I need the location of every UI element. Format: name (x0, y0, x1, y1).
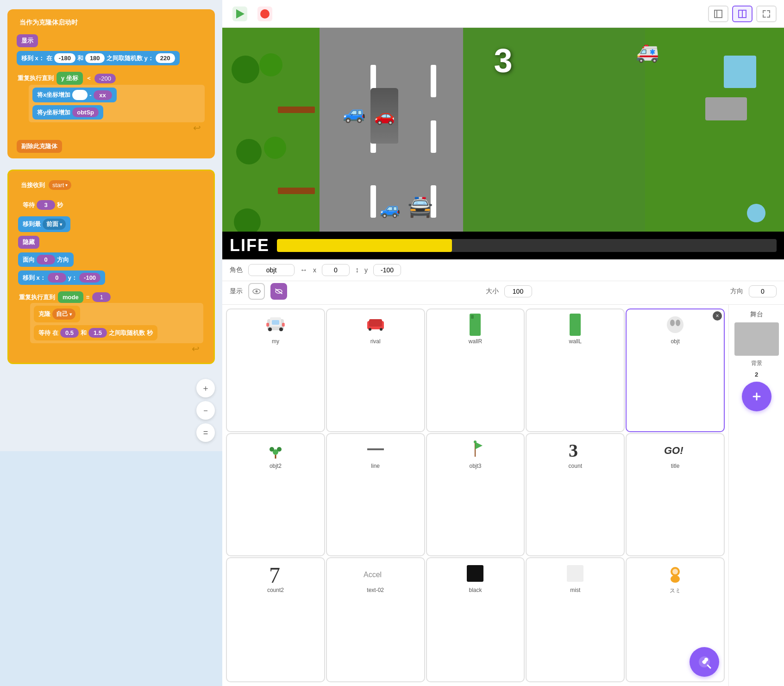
delete-clone-block[interactable]: 副除此克隆体 (17, 140, 62, 153)
add-x-block[interactable]: 将x坐标增加 - xx (32, 88, 117, 102)
sprite-cell-my[interactable]: my (226, 308, 325, 432)
svg-point-31 (277, 447, 282, 452)
face-block[interactable]: 面向 0 方向 (18, 252, 74, 267)
add-stage-button[interactable] (742, 382, 771, 411)
move-block[interactable]: 移到 x： 在 -180 和 180 之间取随机数 y： 220 (17, 51, 180, 65)
sprite-cell-objt2[interactable]: objt2 (226, 433, 325, 557)
sprite-icon-wallR (467, 313, 483, 336)
svg-point-21 (369, 328, 371, 331)
sprite-cell-mist[interactable]: mist (526, 557, 625, 682)
life-bar-track (277, 239, 777, 252)
sprite-icon-black (465, 562, 485, 585)
svg-point-14 (268, 327, 272, 331)
delete-badge-objt[interactable]: × (713, 311, 722, 321)
svg-rect-7 (742, 10, 743, 18)
sprite-icon-objt2 (265, 438, 286, 461)
show-block[interactable]: 显示 (17, 34, 38, 47)
y-val-input[interactable]: 220 (156, 53, 175, 63)
sprite-icon-count: 3 (565, 438, 585, 461)
wait-between-block[interactable]: 等待 在 0.5 和 1.5 之间取随机数 秒 (34, 325, 157, 340)
x-coord-field[interactable]: 0 (322, 264, 350, 276)
sprite-cell-text-02[interactable]: Acceltext-02 (326, 557, 425, 682)
wait-min[interactable]: 0.5 (60, 328, 79, 338)
sprite-cell-count[interactable]: 3count (526, 433, 625, 557)
hide-block[interactable]: 隐藏 (18, 236, 39, 249)
svg-rect-4 (715, 10, 722, 18)
obtsp-var[interactable]: obtSp (72, 107, 99, 117)
wait-max[interactable]: 1.5 (88, 328, 107, 338)
sprite-cell-wallR[interactable]: wallR (426, 308, 525, 432)
svg-text:7: 7 (269, 563, 280, 585)
svg-point-50 (704, 658, 708, 661)
sprite-icon-sprite-x (665, 562, 685, 585)
player-car: 🚙 (343, 102, 366, 124)
sprite-cell-line[interactable]: line (326, 433, 425, 557)
flag-button[interactable] (230, 4, 250, 24)
loop-arrow-2: ↩ (19, 343, 203, 354)
add-sprite-button[interactable] (690, 647, 719, 677)
x-add-value[interactable] (72, 90, 88, 100)
sprite-cell-rival[interactable]: rival (326, 308, 425, 432)
sprite-cell-black[interactable]: black (426, 557, 525, 682)
self-dropdown[interactable]: 自己 (52, 308, 75, 320)
move-xy-block[interactable]: 移到 x： 0 y： -100 (18, 271, 105, 285)
sprite-cell-objt[interactable]: objt× (626, 308, 725, 432)
svg-point-45 (672, 569, 678, 574)
svg-rect-41 (467, 565, 483, 582)
xx-var[interactable]: xx (94, 90, 112, 100)
sprite-cell-count2[interactable]: 7count2 (226, 557, 325, 682)
mode-val[interactable]: 1 (92, 292, 111, 302)
y-coord-block[interactable]: y 坐标 (56, 72, 83, 85)
sprite-cell-objt3[interactable]: objt3 (426, 433, 525, 557)
sprite-cell-wallL[interactable]: wallL (526, 308, 625, 432)
face-deg[interactable]: 0 (37, 255, 55, 264)
right-area: 3 🚑 🚙 🚗 🚔 🚙 LIFE 角色 objt ↔ x 0 ↕ (222, 0, 784, 686)
add-sprite-area (690, 647, 719, 677)
move-y[interactable]: -100 (79, 273, 100, 283)
sprite-info-row: 角色 objt ↔ x 0 ↕ y -100 (222, 259, 784, 281)
mode-block[interactable]: mode (58, 291, 83, 303)
sprite-icon-text-02: Accel (363, 562, 389, 585)
sprite-name-field[interactable]: objt (248, 264, 295, 276)
direction-field[interactable]: 0 (749, 285, 777, 297)
svg-point-36 (474, 441, 477, 443)
stage-panel: 舞台 背景 2 (728, 305, 784, 686)
view-normal-button[interactable] (708, 6, 728, 22)
sprite-label-text-02: text-02 (367, 587, 384, 593)
sprite-icon-rival (365, 313, 386, 336)
sprite-label-mist: mist (570, 587, 580, 593)
sprite-label-count: count (569, 463, 582, 469)
start-dropdown[interactable]: start (49, 180, 71, 190)
x-max-input[interactable]: 180 (85, 53, 105, 63)
svg-point-3 (260, 9, 270, 19)
sprite-cell-title[interactable]: GO!title (626, 433, 725, 557)
svg-point-28 (676, 320, 680, 326)
direction-label: 方向 (730, 287, 743, 296)
sprite-label-black: black (469, 587, 482, 593)
sprite-label-sprite-x: スミ (670, 587, 681, 595)
sprite-label-rival: rival (370, 338, 381, 345)
threshold-input[interactable]: -200 (94, 74, 116, 83)
zoom-in-button[interactable]: ＋ (196, 379, 215, 397)
move-front-block[interactable]: 移到最 前面 (18, 216, 70, 232)
move-x[interactable]: 0 (48, 273, 66, 283)
size-field[interactable]: 100 (504, 285, 532, 297)
zoom-reset-button[interactable]: = (196, 423, 215, 442)
eye-icon[interactable] (248, 283, 265, 300)
y-coord-field[interactable]: -100 (373, 264, 401, 276)
svg-marker-35 (475, 442, 483, 449)
stop-button[interactable] (255, 4, 275, 24)
add-y-block[interactable]: 将y坐标增加 obtSp (32, 105, 103, 120)
zoom-out-button[interactable]: － (196, 401, 215, 420)
block-group-2: 当接收到 start 等待 3 秒 移到最 前面 (7, 170, 215, 364)
clone-block[interactable]: 克隆 自己 (34, 306, 80, 322)
svg-text:GO!: GO! (664, 445, 684, 456)
x-min-input[interactable]: -180 (54, 53, 75, 63)
hide-icon[interactable] (270, 283, 287, 300)
sprite-label-line: line (371, 463, 380, 469)
front-dropdown[interactable]: 前面 (43, 219, 66, 230)
wait-block[interactable]: 等待 3 秒 (18, 197, 68, 213)
view-split-button[interactable] (732, 6, 753, 22)
view-full-button[interactable] (756, 6, 777, 22)
wait-secs[interactable]: 3 (37, 200, 55, 210)
